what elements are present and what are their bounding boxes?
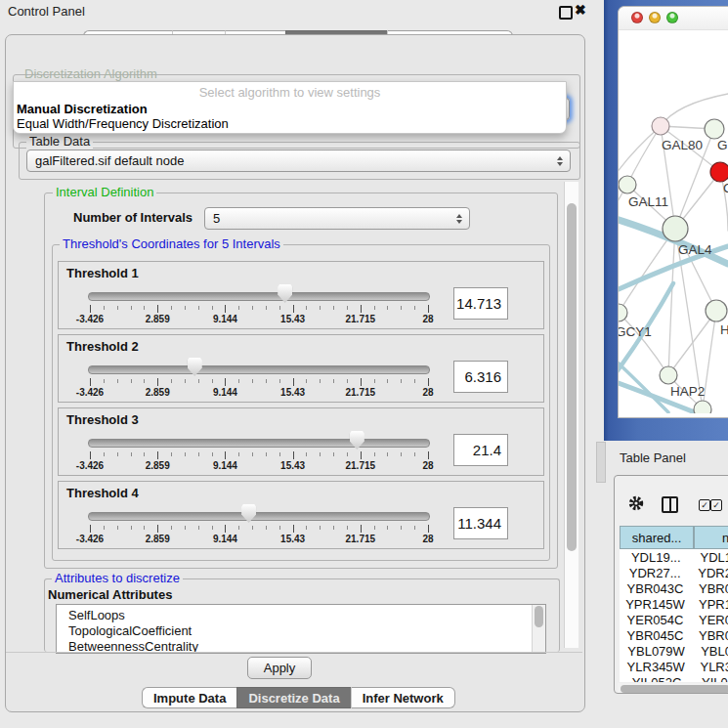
tick-mark [171,452,172,456]
table-row[interactable]: YIL052CYIL0 [620,674,728,682]
threshold-value-field[interactable]: 14.713 [453,287,508,320]
network-canvas[interactable]: GAL80G.CGAL11GAL4GCY1HHAP2 [619,28,728,413]
tick-mark [333,379,334,383]
threshold-value-field[interactable]: 6.316 [453,361,508,393]
numerical-attributes-label: Numerical Attributes [48,587,172,602]
table-panel: ✓ ✓ shared... n YDL19...YDL1YDR27...YDR2… [614,475,728,694]
threshold-title: Threshold 1 [66,266,139,280]
network-edge [627,126,661,185]
network-node-c[interactable] [710,162,728,182]
tick-label: 9.144 [213,387,237,398]
tick-mark [306,452,307,456]
threshold-value-field[interactable]: 11.344 [453,507,508,539]
table-row[interactable]: YBR045CYBR0 [620,627,728,643]
gear-icon[interactable] [628,495,644,511]
network-node-gcy1[interactable] [619,304,627,321]
columns-icon[interactable] [662,496,678,513]
checkbox-icon[interactable]: ✓ [699,499,710,511]
table-row[interactable]: YDL19...YDL1 [620,549,728,565]
table-row[interactable]: YLR345WYLR3 [620,659,728,674]
table-row[interactable]: YDR27...YDR2 [620,565,728,580]
tick-mark [238,526,239,530]
tick-mark [401,452,402,456]
tick-mark [333,526,334,530]
network-node[interactable] [694,401,711,413]
tick-mark [306,306,307,310]
scrollbar-thumb[interactable] [567,203,577,551]
list-scrollbar[interactable] [532,605,545,653]
algorithm-option[interactable]: Equal Width/Frequency Discretization [17,116,229,131]
scrollbar-thumb[interactable] [535,606,543,627]
network-node-g[interactable] [705,119,724,139]
number-of-intervals-combo[interactable]: 5 [204,207,470,230]
tick-mark [266,379,267,383]
threshold-panel: Threshold 1-3.4262.8599.14415.4321.71528… [58,261,544,329]
tick-mark [238,379,239,383]
tick-mark [293,305,294,313]
split-divider-grip[interactable] [596,442,606,483]
tick-mark [225,378,226,386]
attribute-item[interactable]: TopologicalCoefficient [57,623,545,639]
close-icon[interactable]: ✖ [575,2,586,18]
tab-impute-data[interactable]: Impute Data [142,687,236,708]
table-data-combo[interactable]: galFiltered.sif default node [26,150,571,172]
attribute-item[interactable]: SelfLoops [57,608,545,623]
column-header-shared-name[interactable]: shared... [620,526,694,549]
tick-mark [212,452,213,456]
combo-arrows-icon [557,156,563,166]
network-node-gal80[interactable] [652,117,669,135]
tick-mark [131,526,132,530]
slider-track[interactable] [88,365,430,374]
zoom-traffic-light[interactable] [666,12,678,23]
tab-infer-network[interactable]: Infer Network [351,687,455,708]
close-traffic-light[interactable] [631,12,643,23]
tick-label: 21.715 [346,534,376,544]
threshold-panel: Threshold 4-3.4262.8599.14415.4321.71528… [58,481,544,549]
scrollbar-thumb[interactable] [621,685,728,693]
tick-mark [279,379,280,383]
cell-name: YDL1 [692,550,728,565]
network-node-h[interactable] [706,300,727,321]
network-node-hap2[interactable] [660,366,677,384]
tab-discretize-data[interactable]: Discretize Data [236,687,350,708]
network-window-titlebar[interactable] [619,7,728,30]
tick-mark [266,526,267,530]
tick-label: 28 [422,387,433,398]
tick-mark [414,526,415,530]
checkbox-icon[interactable]: ✓ [710,499,722,511]
tick-mark [225,451,226,459]
tick-label: -3.426 [76,534,104,544]
algorithm-dropdown-popup: Select algorithm to view settings Manual… [13,81,567,134]
network-node-gal11[interactable] [619,176,636,193]
tick-mark [347,379,348,383]
tick-mark [117,306,118,310]
interval-definition-title: Interval Definition [53,186,156,199]
cell-shared-name: YDR27... [620,566,690,580]
threshold-title: Threshold 4 [66,486,139,500]
minimize-traffic-light[interactable] [649,12,661,23]
tick-mark [428,525,429,533]
cell-name: YER0 [691,613,728,627]
horizontal-scrollbar[interactable] [618,683,728,694]
settings-scrollbar[interactable] [564,182,578,648]
slider-track[interactable] [88,292,430,301]
apply-button[interactable]: Apply [247,657,312,679]
threshold-value-field[interactable]: 21.4 [453,434,508,466]
tick-mark [279,452,280,456]
column-header-name[interactable]: n [694,526,728,549]
table-row[interactable]: YBR043CYBR0 [620,580,728,596]
table-row[interactable]: YER054CYER0 [620,612,728,627]
slider-track[interactable] [88,512,430,521]
network-node-gal4[interactable] [663,216,688,241]
network-edge [619,313,668,375]
tick-mark [401,306,402,310]
tick-mark [185,379,186,383]
algorithm-option[interactable]: Manual Discretization [17,102,148,116]
slider-track[interactable] [88,439,430,448]
table-row[interactable]: YPR145WYPR1 [620,596,728,612]
tick-label: 15.43 [280,387,305,398]
float-window-icon[interactable] [559,6,573,20]
table-row[interactable]: YBL079WYBL0 [620,643,728,659]
network-edge [668,311,716,375]
tick-mark [387,306,388,310]
